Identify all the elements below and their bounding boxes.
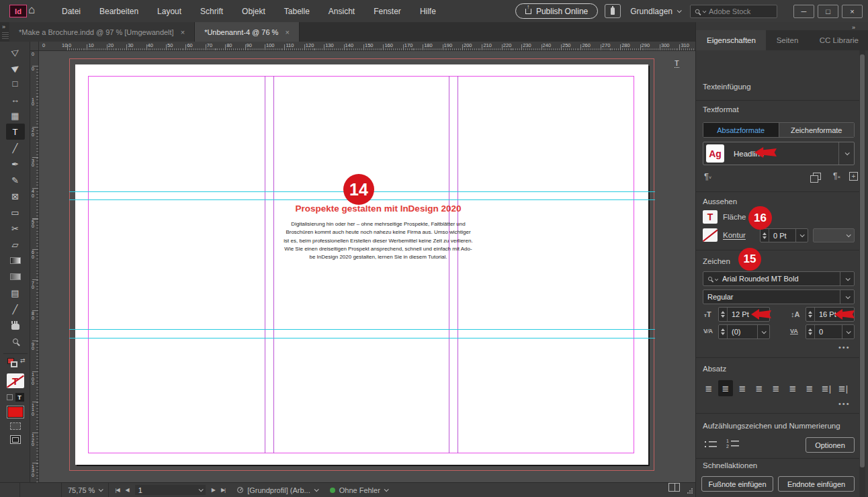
document-tab-2[interactable]: *Unbenannt-4 @ 76 %× bbox=[195, 22, 300, 42]
apply-gradient-button[interactable] bbox=[10, 422, 21, 430]
align-left-button[interactable]: ≣ bbox=[701, 380, 716, 396]
tab-zeichenformate[interactable]: Zeichenformate bbox=[779, 123, 855, 137]
stepper-arrows[interactable] bbox=[806, 308, 815, 321]
document-heading-text[interactable]: Prospekte gestalten mit InDesign 2020 bbox=[261, 204, 496, 214]
adobe-stock-search-input[interactable]: Adobe Stock bbox=[690, 5, 777, 18]
horizontal-ruler[interactable]: 0100102030405060708090100110120130140150… bbox=[39, 42, 695, 51]
panel-scrollbar[interactable] bbox=[859, 50, 865, 497]
dropdown-chevron[interactable] bbox=[840, 272, 854, 285]
column-guide[interactable] bbox=[265, 76, 265, 453]
menu-datei[interactable]: Datei bbox=[52, 7, 90, 16]
dropdown-chevron[interactable] bbox=[838, 142, 854, 165]
formatting-affects-text-button[interactable]: T bbox=[15, 393, 24, 402]
stroke-weight-stepper[interactable]: 0 Pt bbox=[760, 228, 808, 242]
font-family-dropdown[interactable]: Arial Rounded MT Bold bbox=[703, 271, 855, 286]
fill-label[interactable]: Fläche bbox=[723, 213, 746, 221]
scissors-tool[interactable]: ✂ bbox=[6, 220, 25, 236]
stroke-swatch[interactable] bbox=[11, 361, 17, 367]
zoom-tool[interactable] bbox=[6, 333, 25, 349]
stroke-type-dropdown[interactable] bbox=[813, 228, 855, 242]
rectangle-tool[interactable]: ▭ bbox=[6, 204, 25, 220]
last-page-button[interactable]: ▶| bbox=[221, 487, 225, 493]
tab-close-icon[interactable]: × bbox=[181, 28, 185, 36]
insert-endnote-button[interactable]: Endnote einfügen bbox=[778, 476, 855, 492]
dropdown-chevron[interactable] bbox=[757, 325, 769, 338]
kerning-dropdown[interactable]: (0) bbox=[718, 324, 770, 339]
redefine-style-icon[interactable] bbox=[813, 173, 821, 180]
close-button[interactable]: × bbox=[842, 5, 863, 18]
justify-left-button[interactable]: ≣ bbox=[752, 380, 767, 396]
eyedropper-tool[interactable]: ╱ bbox=[6, 301, 25, 317]
hand-tool[interactable] bbox=[6, 317, 25, 333]
pasteboard[interactable]: 14 Prospekte gestalten mit InDesign 2020… bbox=[39, 51, 695, 482]
content-collector-tool[interactable]: ▦ bbox=[6, 107, 25, 124]
menu-schrift[interactable]: Schrift bbox=[191, 7, 232, 16]
tab-absatzformate[interactable]: Absatzformate bbox=[703, 123, 779, 137]
align-toward-spine-button[interactable]: ≣| bbox=[819, 380, 834, 396]
page-tool[interactable]: □ bbox=[6, 75, 25, 91]
swap-fill-stroke-icon[interactable]: ⇄ bbox=[20, 357, 26, 364]
numbered-list-icon[interactable] bbox=[726, 439, 740, 449]
bullets-options-button[interactable]: Optionen bbox=[806, 437, 855, 453]
more-options-icon[interactable]: ••• bbox=[838, 343, 851, 351]
gap-tool[interactable]: ↔ bbox=[6, 91, 25, 107]
frame-tool[interactable]: ⊠ bbox=[6, 188, 25, 204]
workspace-switcher[interactable]: Grundlagen bbox=[627, 7, 683, 16]
horizontal-guide[interactable] bbox=[69, 329, 655, 330]
bullet-list-icon[interactable] bbox=[704, 440, 718, 449]
stepper-arrows[interactable] bbox=[761, 229, 769, 242]
dropdown-chevron[interactable] bbox=[795, 229, 808, 242]
preflight-status[interactable]: Ohne Fehler bbox=[324, 483, 394, 497]
fill-color-swatch[interactable]: T bbox=[703, 210, 718, 224]
insert-footnote-button[interactable]: Fußnote einfügen bbox=[701, 476, 773, 492]
align-right-button[interactable]: ≣ bbox=[735, 380, 750, 396]
applied-color-swatch[interactable] bbox=[7, 406, 24, 418]
publish-online-button[interactable]: Publish Online bbox=[515, 3, 598, 19]
type-tool[interactable]: T bbox=[6, 124, 25, 140]
justify-center-button[interactable]: ≣ bbox=[769, 380, 783, 396]
new-style-icon[interactable]: + bbox=[849, 172, 858, 181]
panel-tab-eigenschaften[interactable]: Eigenschaften bbox=[696, 30, 766, 50]
next-page-button[interactable]: ▶ bbox=[212, 487, 215, 493]
menu-tabelle[interactable]: Tabelle bbox=[275, 7, 319, 16]
preflight-menu[interactable]: [Grundprofil] (Arb... bbox=[231, 483, 324, 497]
zoom-level-control[interactable]: 75,75 % bbox=[62, 483, 109, 497]
horizontal-guide[interactable] bbox=[69, 338, 655, 338]
free-transform-tool[interactable]: ▱ bbox=[6, 236, 25, 253]
font-style-dropdown[interactable]: Regular bbox=[703, 289, 855, 304]
page-number-dropdown[interactable]: 1 bbox=[135, 485, 206, 495]
panel-tab-seiten[interactable]: Seiten bbox=[766, 30, 809, 50]
formatting-affects-container-button[interactable] bbox=[7, 394, 13, 400]
tracking-dropdown[interactable]: 0 bbox=[806, 324, 855, 339]
minimize-button[interactable]: ─ bbox=[793, 5, 814, 18]
column-guide[interactable] bbox=[449, 76, 449, 453]
gradient-feather-tool[interactable] bbox=[6, 269, 25, 285]
align-center-button[interactable]: ≣ bbox=[718, 380, 733, 396]
first-page-button[interactable]: |◀ bbox=[115, 487, 119, 493]
menu-bearbeiten[interactable]: Bearbeiten bbox=[90, 7, 148, 16]
menu-hilfe[interactable]: Hilfe bbox=[410, 7, 445, 16]
dropdown-chevron[interactable] bbox=[840, 290, 854, 304]
scrollbar-thumb[interactable] bbox=[860, 54, 865, 467]
selection-tool[interactable]: ▷ bbox=[6, 43, 25, 59]
pen-tool[interactable]: ✒ bbox=[6, 156, 25, 172]
justify-all-button[interactable]: ≣ bbox=[802, 380, 817, 396]
clear-overrides-icon[interactable]: ¶× bbox=[833, 171, 840, 181]
panel-collapse-arrows-icon[interactable]: » bbox=[852, 24, 855, 31]
tab-close-icon[interactable]: × bbox=[285, 28, 289, 36]
direct-selection-tool[interactable]: ▶ bbox=[6, 59, 25, 75]
stroke-label[interactable]: Kontur bbox=[723, 231, 746, 239]
note-tool[interactable]: ▤ bbox=[6, 285, 25, 301]
gradient-tool[interactable] bbox=[6, 253, 25, 269]
fill-stroke-swatches[interactable]: ⇄ bbox=[5, 357, 26, 369]
split-view-icon[interactable] bbox=[668, 483, 680, 492]
justify-right-button[interactable]: ≣ bbox=[785, 380, 800, 396]
toolbar-grip[interactable] bbox=[2, 32, 9, 39]
collapse-arrows-icon[interactable]: » bbox=[2, 24, 5, 30]
panel-tab-cc-librarie[interactable]: CC Librarie bbox=[809, 30, 868, 50]
stepper-arrows[interactable] bbox=[719, 308, 728, 321]
menu-objekt[interactable]: Objekt bbox=[232, 7, 275, 16]
align-away-from-spine-button[interactable]: ≣| bbox=[836, 380, 851, 396]
resize-grip[interactable] bbox=[687, 488, 693, 494]
paragraph-style-dropdown[interactable]: Ag Headline bbox=[703, 142, 855, 165]
